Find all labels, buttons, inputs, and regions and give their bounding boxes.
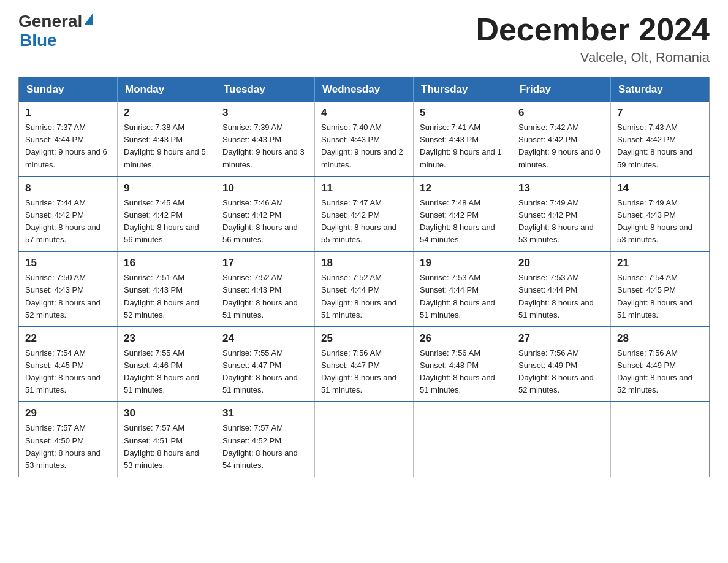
week-row-1: 1 Sunrise: 7:37 AMSunset: 4:44 PMDayligh… bbox=[19, 102, 710, 177]
day-info: Sunrise: 7:54 AMSunset: 4:45 PMDaylight:… bbox=[25, 348, 100, 394]
day-info: Sunrise: 7:41 AMSunset: 4:43 PMDaylight:… bbox=[420, 123, 502, 169]
calendar-cell: 21 Sunrise: 7:54 AMSunset: 4:45 PMDaylig… bbox=[611, 251, 710, 327]
day-number: 17 bbox=[222, 257, 308, 269]
day-info: Sunrise: 7:55 AMSunset: 4:46 PMDaylight:… bbox=[124, 348, 199, 394]
header-wednesday: Wednesday bbox=[315, 77, 414, 102]
calendar-cell: 29 Sunrise: 7:57 AMSunset: 4:50 PMDaylig… bbox=[19, 402, 118, 477]
calendar-body: 1 Sunrise: 7:37 AMSunset: 4:44 PMDayligh… bbox=[19, 102, 710, 477]
day-number: 12 bbox=[420, 182, 506, 194]
calendar-cell: 22 Sunrise: 7:54 AMSunset: 4:45 PMDaylig… bbox=[19, 327, 118, 402]
day-info: Sunrise: 7:42 AMSunset: 4:42 PMDaylight:… bbox=[518, 123, 601, 169]
calendar-cell: 27 Sunrise: 7:56 AMSunset: 4:49 PMDaylig… bbox=[512, 327, 611, 402]
calendar-cell: 9 Sunrise: 7:45 AMSunset: 4:42 PMDayligh… bbox=[118, 177, 216, 252]
calendar-cell bbox=[611, 402, 710, 477]
day-info: Sunrise: 7:57 AMSunset: 4:50 PMDaylight:… bbox=[25, 423, 100, 469]
day-info: Sunrise: 7:56 AMSunset: 4:47 PMDaylight:… bbox=[321, 348, 396, 394]
calendar-cell: 4 Sunrise: 7:40 AMSunset: 4:43 PMDayligh… bbox=[315, 102, 414, 177]
calendar-table: SundayMondayTuesdayWednesdayThursdayFrid… bbox=[18, 77, 710, 477]
day-number: 29 bbox=[25, 407, 111, 419]
calendar-cell: 3 Sunrise: 7:39 AMSunset: 4:43 PMDayligh… bbox=[216, 102, 315, 177]
logo: General Blue bbox=[18, 12, 93, 50]
calendar-cell: 17 Sunrise: 7:52 AMSunset: 4:43 PMDaylig… bbox=[216, 251, 315, 327]
calendar-header: SundayMondayTuesdayWednesdayThursdayFrid… bbox=[19, 77, 710, 102]
header-saturday: Saturday bbox=[611, 77, 710, 102]
day-info: Sunrise: 7:51 AMSunset: 4:43 PMDaylight:… bbox=[124, 273, 199, 319]
day-info: Sunrise: 7:52 AMSunset: 4:44 PMDaylight:… bbox=[321, 273, 396, 319]
day-info: Sunrise: 7:50 AMSunset: 4:43 PMDaylight:… bbox=[25, 273, 100, 319]
calendar-cell: 6 Sunrise: 7:42 AMSunset: 4:42 PMDayligh… bbox=[512, 102, 611, 177]
page-header: General Blue December 2024 Valcele, Olt,… bbox=[18, 12, 710, 66]
calendar-cell: 24 Sunrise: 7:55 AMSunset: 4:47 PMDaylig… bbox=[216, 327, 315, 402]
logo-triangle-icon bbox=[84, 13, 93, 25]
week-row-5: 29 Sunrise: 7:57 AMSunset: 4:50 PMDaylig… bbox=[19, 402, 710, 477]
day-info: Sunrise: 7:48 AMSunset: 4:42 PMDaylight:… bbox=[420, 198, 495, 244]
day-number: 3 bbox=[222, 107, 308, 119]
day-info: Sunrise: 7:46 AMSunset: 4:42 PMDaylight:… bbox=[222, 198, 298, 244]
calendar-cell: 13 Sunrise: 7:49 AMSunset: 4:42 PMDaylig… bbox=[512, 177, 611, 252]
day-number: 24 bbox=[222, 332, 308, 345]
day-number: 15 bbox=[25, 257, 111, 269]
calendar-cell: 16 Sunrise: 7:51 AMSunset: 4:43 PMDaylig… bbox=[118, 251, 216, 327]
day-number: 11 bbox=[321, 182, 407, 194]
day-info: Sunrise: 7:38 AMSunset: 4:43 PMDaylight:… bbox=[124, 123, 206, 169]
week-row-2: 8 Sunrise: 7:44 AMSunset: 4:42 PMDayligh… bbox=[19, 177, 710, 252]
day-number: 20 bbox=[518, 257, 604, 269]
calendar-cell: 8 Sunrise: 7:44 AMSunset: 4:42 PMDayligh… bbox=[19, 177, 118, 252]
day-number: 31 bbox=[222, 407, 308, 419]
header-thursday: Thursday bbox=[414, 77, 512, 102]
header-tuesday: Tuesday bbox=[216, 77, 315, 102]
location-text: Valcele, Olt, Romania bbox=[476, 50, 710, 66]
day-number: 26 bbox=[420, 332, 506, 345]
day-info: Sunrise: 7:45 AMSunset: 4:42 PMDaylight:… bbox=[124, 198, 199, 244]
day-number: 6 bbox=[518, 107, 604, 119]
day-info: Sunrise: 7:53 AMSunset: 4:44 PMDaylight:… bbox=[420, 273, 495, 319]
day-info: Sunrise: 7:40 AMSunset: 4:43 PMDaylight:… bbox=[321, 123, 403, 169]
calendar-cell: 12 Sunrise: 7:48 AMSunset: 4:42 PMDaylig… bbox=[414, 177, 512, 252]
day-info: Sunrise: 7:39 AMSunset: 4:43 PMDaylight:… bbox=[222, 123, 305, 169]
day-number: 25 bbox=[321, 332, 407, 345]
day-number: 30 bbox=[124, 407, 210, 419]
header-sunday: Sunday bbox=[19, 77, 118, 102]
calendar-cell bbox=[315, 402, 414, 477]
day-number: 5 bbox=[420, 107, 506, 119]
week-row-4: 22 Sunrise: 7:54 AMSunset: 4:45 PMDaylig… bbox=[19, 327, 710, 402]
header-row: SundayMondayTuesdayWednesdayThursdayFrid… bbox=[19, 77, 710, 102]
calendar-cell: 25 Sunrise: 7:56 AMSunset: 4:47 PMDaylig… bbox=[315, 327, 414, 402]
calendar-cell: 18 Sunrise: 7:52 AMSunset: 4:44 PMDaylig… bbox=[315, 251, 414, 327]
day-info: Sunrise: 7:56 AMSunset: 4:48 PMDaylight:… bbox=[420, 348, 495, 394]
day-number: 16 bbox=[124, 257, 210, 269]
calendar-cell: 11 Sunrise: 7:47 AMSunset: 4:42 PMDaylig… bbox=[315, 177, 414, 252]
day-info: Sunrise: 7:37 AMSunset: 4:44 PMDaylight:… bbox=[25, 123, 107, 169]
day-number: 22 bbox=[25, 332, 111, 345]
calendar-cell: 30 Sunrise: 7:57 AMSunset: 4:51 PMDaylig… bbox=[118, 402, 216, 477]
day-info: Sunrise: 7:57 AMSunset: 4:52 PMDaylight:… bbox=[222, 423, 298, 469]
day-info: Sunrise: 7:55 AMSunset: 4:47 PMDaylight:… bbox=[222, 348, 298, 394]
day-info: Sunrise: 7:54 AMSunset: 4:45 PMDaylight:… bbox=[617, 273, 692, 319]
calendar-cell: 15 Sunrise: 7:50 AMSunset: 4:43 PMDaylig… bbox=[19, 251, 118, 327]
calendar-cell: 19 Sunrise: 7:53 AMSunset: 4:44 PMDaylig… bbox=[414, 251, 512, 327]
header-monday: Monday bbox=[118, 77, 216, 102]
calendar-cell: 23 Sunrise: 7:55 AMSunset: 4:46 PMDaylig… bbox=[118, 327, 216, 402]
header-friday: Friday bbox=[512, 77, 611, 102]
day-info: Sunrise: 7:43 AMSunset: 4:42 PMDaylight:… bbox=[617, 123, 692, 169]
day-number: 2 bbox=[124, 107, 210, 119]
day-info: Sunrise: 7:47 AMSunset: 4:42 PMDaylight:… bbox=[321, 198, 396, 244]
logo-blue-text: Blue bbox=[18, 31, 93, 50]
day-info: Sunrise: 7:53 AMSunset: 4:44 PMDaylight:… bbox=[518, 273, 594, 319]
day-info: Sunrise: 7:57 AMSunset: 4:51 PMDaylight:… bbox=[124, 423, 199, 469]
day-number: 8 bbox=[25, 182, 111, 194]
month-year-title: December 2024 bbox=[476, 12, 710, 47]
calendar-cell bbox=[414, 402, 512, 477]
day-number: 18 bbox=[321, 257, 407, 269]
day-info: Sunrise: 7:49 AMSunset: 4:43 PMDaylight:… bbox=[617, 198, 692, 244]
day-info: Sunrise: 7:44 AMSunset: 4:42 PMDaylight:… bbox=[25, 198, 100, 244]
day-number: 21 bbox=[617, 257, 703, 269]
day-number: 4 bbox=[321, 107, 407, 119]
calendar-cell: 2 Sunrise: 7:38 AMSunset: 4:43 PMDayligh… bbox=[118, 102, 216, 177]
day-number: 10 bbox=[222, 182, 308, 194]
day-number: 23 bbox=[124, 332, 210, 345]
day-info: Sunrise: 7:56 AMSunset: 4:49 PMDaylight:… bbox=[518, 348, 594, 394]
day-info: Sunrise: 7:52 AMSunset: 4:43 PMDaylight:… bbox=[222, 273, 298, 319]
title-section: December 2024 Valcele, Olt, Romania bbox=[476, 12, 710, 66]
calendar-cell: 10 Sunrise: 7:46 AMSunset: 4:42 PMDaylig… bbox=[216, 177, 315, 252]
